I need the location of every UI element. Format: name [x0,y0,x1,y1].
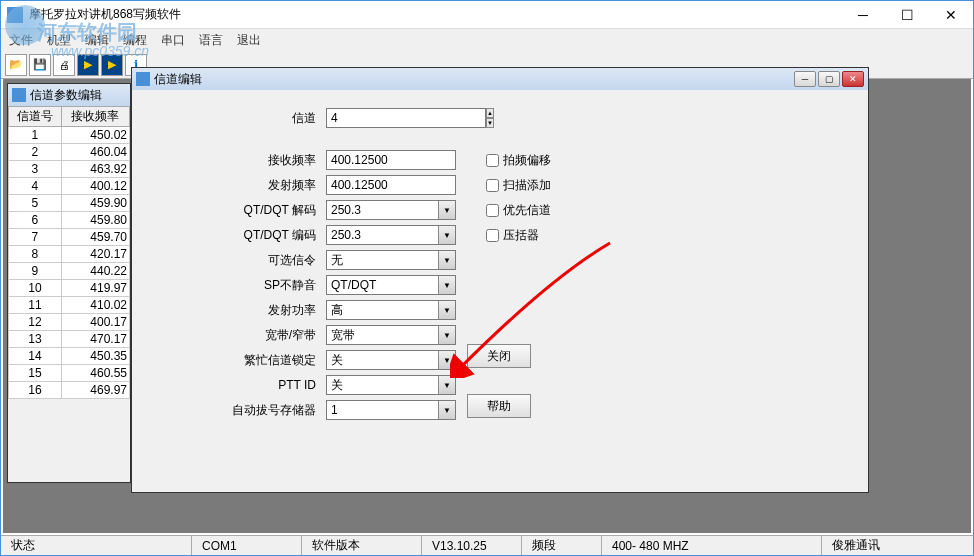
auto-dial-select[interactable]: 1▼ [326,400,456,420]
tx-freq-input[interactable] [326,175,456,195]
col-channel-num[interactable]: 信道号 [9,107,62,127]
table-row[interactable]: 6459.80 [9,212,130,229]
chevron-down-icon: ▼ [438,376,455,394]
scan-add-checkbox[interactable]: 扫描添加 [486,177,551,194]
col-rx-freq[interactable]: 接收频率 [61,107,129,127]
menu-edit[interactable]: 编辑 [85,32,109,49]
channel-list-title: 信道参数编辑 [30,87,126,104]
window-icon [136,72,150,86]
channel-table: 信道号 接收频率 1450.022460.043463.924400.12545… [8,106,130,399]
qt-decode-select[interactable]: 250.3▼ [326,200,456,220]
chevron-down-icon: ▼ [438,301,455,319]
tool-read-icon[interactable]: ▶ [77,54,99,76]
chevron-down-icon: ▼ [438,226,455,244]
tool-write-icon[interactable]: ▶ [101,54,123,76]
window-icon [12,88,26,102]
maximize-button[interactable]: ☐ [885,1,929,29]
chevron-down-icon: ▼ [438,201,455,219]
opt-signal-select[interactable]: 无▼ [326,250,456,270]
channel-label: 信道 [156,110,326,127]
table-row[interactable]: 11410.02 [9,297,130,314]
qt-decode-label: QT/DQT 解码 [156,202,326,219]
menu-bar: 文件 机型 编辑 编程 串口 语言 退出 [1,29,973,51]
sp-mute-label: SP不静音 [156,277,326,294]
table-row[interactable]: 4400.12 [9,178,130,195]
status-version: V13.10.25 [421,536,521,555]
table-row[interactable]: 7459.70 [9,229,130,246]
dialog-maximize-button[interactable]: ▢ [818,71,840,87]
table-row[interactable]: 1450.02 [9,127,130,144]
table-row[interactable]: 15460.55 [9,365,130,382]
status-band: 400- 480 MHZ [601,536,821,555]
freq-offset-checkbox[interactable]: 拍频偏移 [486,152,551,169]
ptt-id-label: PTT ID [156,378,326,392]
menu-exit[interactable]: 退出 [237,32,261,49]
compressor-checkbox[interactable]: 压括器 [486,227,539,244]
minimize-button[interactable]: ─ [841,1,885,29]
tool-open-icon[interactable]: 📂 [5,54,27,76]
table-row[interactable]: 14450.35 [9,348,130,365]
ptt-id-select[interactable]: 关▼ [326,375,456,395]
auto-dial-label: 自动拔号存储器 [156,402,326,419]
chevron-down-icon: ▼ [438,326,455,344]
status-version-label: 软件版本 [301,536,421,555]
close-button[interactable]: ✕ [929,1,973,29]
channel-spinner[interactable]: ▲ ▼ [326,108,426,128]
rx-freq-input[interactable] [326,150,456,170]
qt-encode-select[interactable]: 250.3▼ [326,225,456,245]
close-button[interactable]: 关闭 [467,344,531,368]
table-row[interactable]: 12400.17 [9,314,130,331]
app-icon [7,7,23,23]
table-row[interactable]: 16469.97 [9,382,130,399]
channel-input[interactable] [326,108,486,128]
status-state: 状态 [1,536,191,555]
dialog-close-button[interactable]: ✕ [842,71,864,87]
menu-language[interactable]: 语言 [199,32,223,49]
tx-power-label: 发射功率 [156,302,326,319]
table-row[interactable]: 3463.92 [9,161,130,178]
tool-print-icon[interactable]: 🖨 [53,54,75,76]
table-row[interactable]: 9440.22 [9,263,130,280]
table-row[interactable]: 5459.90 [9,195,130,212]
status-bar: 状态 COM1 软件版本 V13.10.25 频段 400- 480 MHZ 俊… [1,535,973,555]
busy-lock-select[interactable]: 关▼ [326,350,456,370]
spin-up-icon[interactable]: ▲ [486,108,494,118]
app-title: 摩托罗拉对讲机868写频软件 [29,6,841,23]
dialog-minimize-button[interactable]: ─ [794,71,816,87]
chevron-down-icon: ▼ [438,251,455,269]
dialog-title: 信道编辑 [154,71,794,88]
qt-encode-label: QT/DQT 编码 [156,227,326,244]
channel-edit-dialog: 信道编辑 ─ ▢ ✕ 信道 ▲ ▼ [131,67,869,493]
opt-signal-label: 可选信令 [156,252,326,269]
menu-serial[interactable]: 串口 [161,32,185,49]
menu-program[interactable]: 编程 [123,32,147,49]
main-window: 摩托罗拉对讲机868写频软件 ─ ☐ ✕ 文件 机型 编辑 编程 串口 语言 退… [0,0,974,556]
tx-power-select[interactable]: 高▼ [326,300,456,320]
chevron-down-icon: ▼ [438,351,455,369]
spin-down-icon[interactable]: ▼ [486,118,494,128]
bandwidth-select[interactable]: 宽带▼ [326,325,456,345]
table-row[interactable]: 13470.17 [9,331,130,348]
title-bar: 摩托罗拉对讲机868写频软件 ─ ☐ ✕ [1,1,973,29]
sp-mute-select[interactable]: QT/DQT▼ [326,275,456,295]
table-row[interactable]: 10419.97 [9,280,130,297]
status-band-label: 频段 [521,536,601,555]
priority-checkbox[interactable]: 优先信道 [486,202,551,219]
chevron-down-icon: ▼ [438,276,455,294]
tool-save-icon[interactable]: 💾 [29,54,51,76]
bandwidth-label: 宽带/窄带 [156,327,326,344]
channel-list-titlebar[interactable]: 信道参数编辑 [8,84,130,106]
status-company: 俊雅通讯 [821,536,973,555]
rx-freq-label: 接收频率 [156,152,326,169]
channel-list-window: 信道参数编辑 信道号 接收频率 1450.022460.043463.92440… [7,83,131,483]
mdi-client-area: 信道参数编辑 信道号 接收频率 1450.022460.043463.92440… [3,79,971,533]
table-row[interactable]: 8420.17 [9,246,130,263]
table-row[interactable]: 2460.04 [9,144,130,161]
chevron-down-icon: ▼ [438,401,455,419]
status-com: COM1 [191,536,301,555]
busy-lock-label: 繁忙信道锁定 [156,352,326,369]
dialog-titlebar[interactable]: 信道编辑 ─ ▢ ✕ [132,68,868,90]
menu-model[interactable]: 机型 [47,32,71,49]
help-button[interactable]: 帮助 [467,394,531,418]
menu-file[interactable]: 文件 [9,32,33,49]
